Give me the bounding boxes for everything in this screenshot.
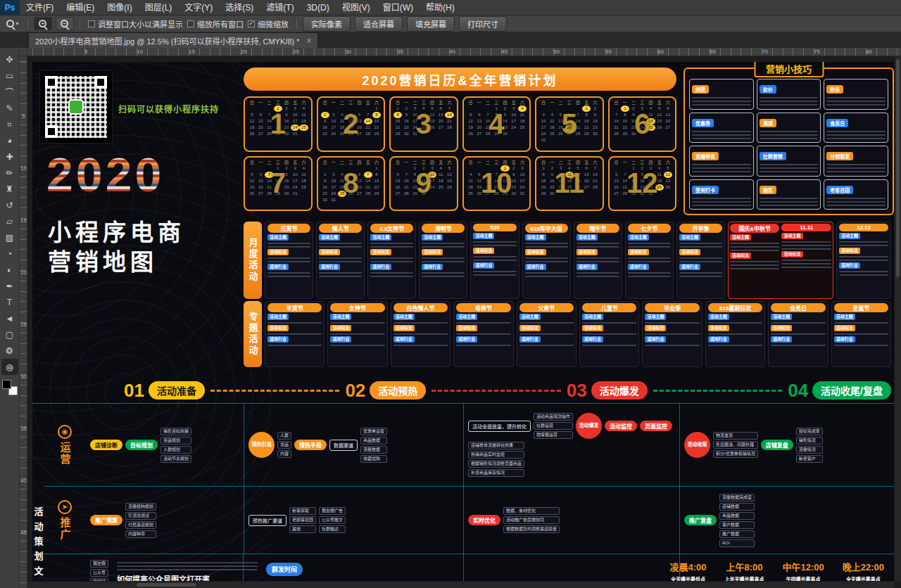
- lasso-tool-icon[interactable]: ⌒: [1, 84, 18, 100]
- hand-tool-icon[interactable]: ❂: [1, 343, 18, 359]
- crop-tool-icon[interactable]: ⌗: [1, 116, 18, 132]
- card-section: 活动玩法: [330, 325, 384, 335]
- option-checkbox-2[interactable]: ✓细微缩放: [248, 18, 289, 30]
- workflow-node: 引流款测试: [125, 512, 156, 520]
- card-section-label: 活动玩法: [708, 325, 729, 331]
- menu-item-4[interactable]: 文字(Y): [178, 0, 219, 15]
- card-section-label: 适用行业: [525, 264, 546, 270]
- menu-item-8[interactable]: 视图(V): [336, 0, 377, 15]
- activity-card: 端午节活动主题活动玩法适用行业: [574, 222, 622, 299]
- horizontal-scrollbar-thumb[interactable]: [137, 583, 196, 587]
- healing-brush-tool-icon[interactable]: ✚: [1, 148, 18, 165]
- workflow-node: 活动监控: [605, 421, 637, 431]
- card-section: 活动玩法: [628, 249, 671, 262]
- text-lines: [708, 331, 762, 335]
- option-checkbox-1[interactable]: 缩放所有窗口: [187, 18, 244, 30]
- pen-tool-icon[interactable]: ✒: [1, 278, 18, 294]
- ruler-h-label: 60: [657, 49, 664, 55]
- workflow-cell: 预热引流人群货品内容预热手段数据渠道优惠券设置商品数据流量数据收藏加购: [244, 404, 463, 487]
- tip-box: 直播带货: [689, 146, 754, 177]
- dodge-tool-icon[interactable]: ◐: [1, 262, 18, 278]
- eraser-tool-icon[interactable]: ▱: [1, 213, 18, 229]
- card-section: 适用行业: [645, 336, 699, 346]
- close-icon[interactable]: ×: [306, 37, 311, 45]
- calendar-month-1: 日一二三四五六123456789101112131415161718192021…: [244, 96, 313, 152]
- tip-box: 会员日: [824, 113, 888, 143]
- workflow-node: 活动全面放量，提升转化: [468, 421, 531, 432]
- card-section-label: 活动主题: [839, 233, 860, 239]
- text-lines: [319, 270, 362, 277]
- document-tab[interactable]: 2020小程序电商营销地图.jpg @ 12.5% (扫码可以获得小程序扶持, …: [28, 32, 318, 48]
- text-lines: [692, 164, 751, 172]
- menu-item-1[interactable]: 编辑(E): [60, 0, 101, 15]
- menu-item-0[interactable]: 文件(F): [20, 0, 60, 15]
- foreground-color-swatch[interactable]: [2, 380, 11, 389]
- qr-caption: 扫码可以获得小程序扶持: [118, 103, 242, 115]
- menu-item-10[interactable]: 帮助(H): [420, 0, 461, 15]
- quick-select-tool-icon[interactable]: ✎: [1, 100, 18, 116]
- card-section: 活动玩法: [576, 249, 619, 262]
- marquee-tool-icon[interactable]: ▭: [1, 68, 18, 84]
- workflow-node: 内容: [277, 450, 291, 458]
- clone-stamp-tool-icon[interactable]: ♜: [1, 181, 18, 197]
- text-lines: [582, 320, 636, 324]
- text-lines: [393, 343, 448, 346]
- menu-item-3[interactable]: 图层(L): [139, 0, 179, 15]
- workflow-node: 店铺数据: [719, 503, 755, 511]
- horizontal-scrollbar[interactable]: [27, 581, 894, 588]
- path-select-tool-icon[interactable]: ◄: [1, 310, 18, 326]
- tip-box: 秒杀: [824, 79, 888, 110]
- activity-card: 520活动主题活动玩法适用行业: [470, 222, 519, 299]
- color-swatches[interactable]: [2, 380, 18, 395]
- brush-tool-icon[interactable]: ✏: [1, 165, 18, 181]
- text-lines: [456, 320, 510, 324]
- menu-item-7[interactable]: 3D(D): [301, 0, 336, 15]
- menu-item-9[interactable]: 窗口(W): [377, 0, 420, 15]
- document-canvas[interactable]: 扫码可以获得小程序扶持 2020 小程序电商 营销地图 2020营销日历&全年营…: [27, 56, 901, 588]
- zoom-out-button[interactable]: −: [56, 17, 74, 30]
- tip-label: 秒杀: [826, 85, 843, 94]
- card-section-label: 适用行业: [393, 336, 415, 343]
- card-section-label: 活动玩法: [519, 325, 541, 331]
- menu-item-6[interactable]: 滤镜(T): [260, 0, 300, 15]
- option-button-2[interactable]: 填充屏幕: [407, 16, 455, 32]
- workflow-node: 补货商品库存情况: [468, 469, 524, 477]
- move-tool-icon[interactable]: ✜: [1, 51, 18, 68]
- phase-number: 04: [788, 381, 808, 400]
- calendar-month-12: 日一二三四五六123456789101112131415161718192021…: [608, 156, 677, 212]
- option-button-1[interactable]: 适合屏幕: [355, 16, 403, 32]
- text-lines: [771, 331, 825, 335]
- menu-item-5[interactable]: 选择(S): [219, 0, 260, 15]
- menu-item-2[interactable]: 图像(I): [101, 0, 138, 15]
- zoom-in-button[interactable]: +: [34, 17, 52, 30]
- history-brush-tool-icon[interactable]: ↺: [1, 197, 18, 213]
- option-checkbox-0[interactable]: 调整窗口大小以满屏显示: [88, 18, 183, 30]
- gradient-tool-icon[interactable]: ▨: [1, 229, 18, 245]
- blur-tool-icon[interactable]: ◔: [1, 245, 18, 262]
- tips-title: 营销小技巧: [754, 62, 824, 77]
- vertical-scrollbar[interactable]: [894, 56, 901, 581]
- type-tool-icon[interactable]: T: [1, 294, 18, 310]
- poster-intro: 扫码可以获得小程序扶持 2020 小程序电商 营销地图: [32, 62, 244, 367]
- vertical-scrollbar-thumb[interactable]: [896, 59, 900, 277]
- zoom-tool-icon[interactable]: ◎: [1, 359, 18, 375]
- shape-tool-icon[interactable]: ▢: [1, 326, 18, 343]
- card-section-label: 活动玩法: [456, 325, 477, 331]
- calendar-weekdays: 日一二三四五六: [321, 100, 382, 106]
- card-section: 适用行业: [422, 264, 465, 277]
- card-section: 活动主题: [267, 314, 322, 324]
- poster-title-line2: 营销地图: [48, 250, 158, 274]
- card-section-label: 活动主题: [525, 234, 546, 241]
- text-lines: [370, 255, 413, 262]
- workflow-node: 预热引流: [248, 432, 275, 458]
- option-button-3[interactable]: 打印尺寸: [459, 16, 507, 32]
- card-section-label: 活动主题: [781, 233, 802, 239]
- activity-card-title: 会员日: [771, 303, 825, 312]
- tool-preview[interactable]: ▼: [4, 20, 22, 27]
- option-button-0[interactable]: 实际像素: [303, 16, 351, 32]
- eyedropper-tool-icon[interactable]: ◕: [1, 132, 18, 148]
- tip-box: 满减: [757, 113, 821, 143]
- calendar-dates: 1234567891011121314151617181920212223242…: [539, 165, 600, 197]
- activity-card-title: 元宵节: [267, 224, 310, 233]
- qr-corner: [94, 76, 107, 89]
